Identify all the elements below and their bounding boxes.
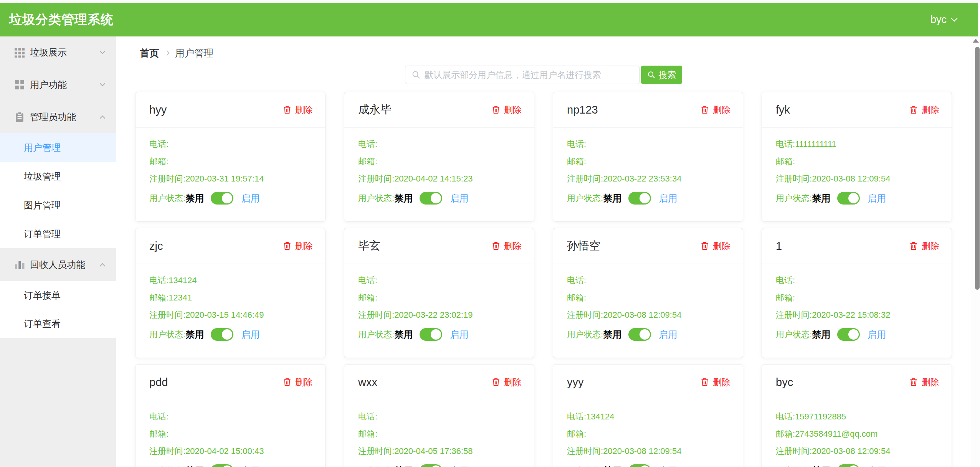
- delete-label: 删除: [713, 104, 730, 116]
- sidebar-item-garbage-display[interactable]: 垃圾展示: [0, 36, 116, 69]
- delete-button[interactable]: 删除: [283, 104, 313, 116]
- enable-link[interactable]: 启用: [450, 192, 468, 205]
- phone-label: 电话:: [567, 139, 586, 150]
- sidebar-item-user-functions[interactable]: 用户功能: [0, 69, 116, 101]
- search-box: [405, 66, 640, 84]
- user-card-body: 电话:1111111111 邮箱: 注册时间:2020-03-08 12:09:…: [762, 128, 952, 205]
- status-label: 用户状态:: [149, 193, 185, 204]
- chevron-down-icon: [100, 49, 105, 54]
- status-toggle[interactable]: [420, 328, 442, 341]
- enable-link[interactable]: 启用: [868, 192, 886, 205]
- email-line: 邮箱:: [149, 430, 311, 438]
- status-toggle[interactable]: [837, 464, 860, 467]
- status-toggle[interactable]: [211, 328, 233, 341]
- registered-value: 2020-03-15 14:46:49: [185, 310, 264, 320]
- registered-line: 注册时间:2020-04-02 15:00:43: [149, 447, 311, 455]
- email-line: 邮箱:: [149, 157, 311, 166]
- registered-line: 注册时间:2020-03-08 12:09:54: [567, 447, 729, 455]
- status-toggle[interactable]: [628, 328, 651, 341]
- status-value: 禁用: [185, 465, 204, 467]
- status-value: 禁用: [603, 328, 621, 341]
- status-toggle[interactable]: [420, 464, 442, 467]
- registered-line: 注册时间:2020-03-08 12:09:54: [776, 447, 938, 455]
- phone-label: 电话:: [567, 275, 586, 286]
- enable-link[interactable]: 启用: [450, 328, 468, 341]
- sidebar-item-recycler-functions[interactable]: 回收人员功能: [0, 248, 116, 281]
- chevron-up-icon: [100, 263, 105, 268]
- status-toggle[interactable]: [211, 192, 233, 205]
- enable-link[interactable]: 启用: [868, 328, 886, 341]
- user-name: byc: [930, 14, 947, 26]
- enable-link[interactable]: 启用: [241, 465, 259, 467]
- status-toggle[interactable]: [211, 464, 233, 467]
- email-label: 邮箱:: [776, 156, 795, 167]
- delete-button[interactable]: 删除: [283, 240, 313, 252]
- status-label: 用户状态:: [567, 193, 603, 204]
- user-name: 1: [776, 240, 782, 252]
- delete-button[interactable]: 删除: [491, 240, 522, 252]
- delete-button[interactable]: 删除: [491, 104, 522, 116]
- enable-link[interactable]: 启用: [659, 465, 677, 467]
- registered-line: 注册时间:2020-03-22 15:08:32: [776, 311, 938, 319]
- phone-value: 15971192885: [795, 412, 846, 422]
- breadcrumb-home[interactable]: 首页: [140, 47, 159, 59]
- user-card-body: 电话: 邮箱: 注册时间:2020-03-08 12:09:54 用户状态:禁用…: [553, 264, 743, 341]
- search-input[interactable]: [425, 70, 633, 80]
- status-value: 禁用: [812, 328, 830, 341]
- delete-button[interactable]: 删除: [700, 240, 730, 252]
- delete-button[interactable]: 删除: [700, 376, 730, 388]
- status-toggle[interactable]: [837, 328, 860, 341]
- registered-value: 2020-03-22 15:08:32: [812, 310, 890, 320]
- sidebar-item-image-management[interactable]: 图片管理: [0, 191, 116, 219]
- delete-button[interactable]: 删除: [283, 376, 313, 388]
- phone-line: 电话:: [776, 276, 938, 285]
- email-line: 邮箱:: [567, 294, 729, 302]
- scrollbar[interactable]: [971, 36, 980, 467]
- enable-link[interactable]: 启用: [450, 465, 468, 467]
- user-dropdown[interactable]: byc: [930, 14, 957, 26]
- sidebar-item-order-view[interactable]: 订单查看: [0, 309, 116, 338]
- squares-icon: [15, 80, 25, 90]
- user-card: 毕玄 删除 电话: 邮箱: 注册时: [344, 228, 534, 358]
- toggle-knob: [640, 465, 650, 467]
- sidebar-item-order-management[interactable]: 订单管理: [0, 219, 116, 248]
- email-label: 邮箱:: [149, 156, 169, 167]
- sidebar-item-label: 回收人员功能: [30, 259, 85, 271]
- user-card-header: byc 删除: [762, 365, 952, 400]
- user-name: hyy: [149, 104, 167, 116]
- status-toggle[interactable]: [628, 192, 651, 205]
- enable-link[interactable]: 启用: [241, 328, 259, 341]
- sidebar-item-admin-functions[interactable]: 管理员功能: [0, 101, 116, 133]
- status-label: 用户状态:: [776, 465, 812, 467]
- email-label: 邮箱:: [358, 156, 377, 167]
- user-name: 毕玄: [358, 238, 380, 254]
- sidebar-item-user-management[interactable]: 用户管理: [0, 133, 116, 162]
- phone-label: 电话:: [358, 139, 377, 150]
- scrollbar-up-arrow-icon[interactable]: [973, 39, 979, 43]
- delete-button[interactable]: 删除: [909, 240, 939, 252]
- delete-button[interactable]: 删除: [909, 376, 939, 388]
- status-toggle[interactable]: [837, 192, 860, 205]
- enable-link[interactable]: 启用: [659, 192, 677, 205]
- user-card-header: fyk 删除: [762, 92, 952, 128]
- enable-link[interactable]: 启用: [659, 328, 677, 341]
- enable-link[interactable]: 启用: [868, 465, 886, 467]
- status-toggle[interactable]: [628, 464, 651, 467]
- status-line: 用户状态:禁用 启用: [776, 464, 938, 467]
- registered-line: 注册时间:2020-03-08 12:09:54: [776, 175, 938, 183]
- delete-button[interactable]: 删除: [491, 376, 522, 388]
- status-label: 用户状态:: [358, 329, 394, 340]
- registered-value: 2020-03-08 12:09:54: [812, 446, 890, 456]
- scrollbar-thumb[interactable]: [975, 47, 980, 290]
- status-label: 用户状态:: [567, 329, 603, 340]
- phone-value: 1111111111: [795, 139, 836, 149]
- delete-button[interactable]: 删除: [700, 104, 730, 116]
- sidebar-item-garbage-management[interactable]: 垃圾管理: [0, 162, 116, 191]
- status-toggle[interactable]: [420, 192, 442, 205]
- delete-button[interactable]: 删除: [909, 104, 939, 116]
- search-button[interactable]: 搜索: [641, 66, 682, 84]
- user-card-body: 电话: 邮箱: 注册时间:2020-03-22 15:08:32 用户状态:禁用…: [762, 264, 952, 341]
- trash-icon: [283, 105, 292, 114]
- sidebar-item-order-accept[interactable]: 订单接单: [0, 281, 116, 309]
- enable-link[interactable]: 启用: [241, 192, 259, 205]
